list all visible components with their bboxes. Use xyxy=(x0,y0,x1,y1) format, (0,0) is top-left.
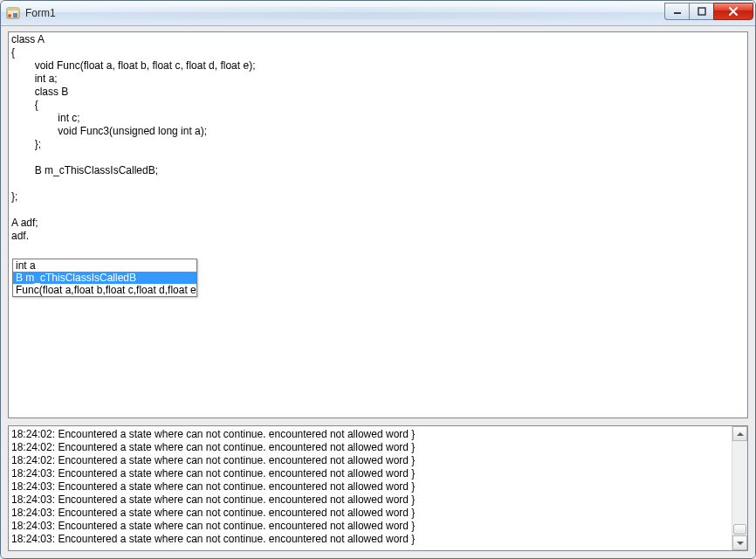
scroll-down-button[interactable] xyxy=(732,535,747,550)
close-button[interactable] xyxy=(713,3,753,20)
code-editor[interactable]: class A { void Func(float a, float b, fl… xyxy=(8,31,748,418)
maximize-button[interactable] xyxy=(689,3,713,20)
log-line: 18:24:03: Encountered a state where can … xyxy=(11,493,729,507)
svg-rect-1 xyxy=(7,8,19,10)
titlebar[interactable]: Form1 xyxy=(1,1,755,26)
autocomplete-popup[interactable]: int a B m_cThisClassIsCalledB Func(float… xyxy=(12,259,197,297)
titlebar-spacer xyxy=(61,7,659,19)
log-line: 18:24:02: Encountered a state where can … xyxy=(11,428,729,441)
log-scrollbar[interactable] xyxy=(732,426,747,550)
log-line: 18:24:03: Encountered a state where can … xyxy=(11,533,729,546)
scroll-up-button[interactable] xyxy=(732,426,747,441)
svg-rect-3 xyxy=(13,13,17,17)
log-panel: 18:24:02: Encountered a state where can … xyxy=(8,425,748,551)
scroll-thumb[interactable] xyxy=(733,524,746,535)
window-title: Form1 xyxy=(25,7,56,19)
svg-rect-4 xyxy=(674,12,681,14)
log-output[interactable]: 18:24:02: Encountered a state where can … xyxy=(9,426,732,550)
autocomplete-item[interactable]: Func(float a,float b,float c,float d,flo… xyxy=(13,284,196,296)
log-line: 18:24:03: Encountered a state where can … xyxy=(11,467,729,480)
window-controls xyxy=(664,3,753,20)
app-icon xyxy=(6,6,20,20)
svg-point-2 xyxy=(8,14,11,17)
log-line: 18:24:02: Encountered a state where can … xyxy=(11,454,729,467)
log-line: 18:24:03: Encountered a state where can … xyxy=(11,520,729,533)
log-line: 18:24:03: Encountered a state where can … xyxy=(11,480,729,493)
client-area: class A { void Func(float a, float b, fl… xyxy=(1,26,755,558)
minimize-button[interactable] xyxy=(664,3,689,20)
svg-rect-5 xyxy=(698,8,705,15)
log-line: 18:24:02: Encountered a state where can … xyxy=(11,441,729,454)
app-window: Form1 class A { void Func(float a, float… xyxy=(0,0,756,559)
log-line: 18:24:03: Encountered a state where can … xyxy=(11,507,729,520)
autocomplete-item[interactable]: B m_cThisClassIsCalledB xyxy=(13,272,196,284)
autocomplete-item[interactable]: int a xyxy=(13,259,196,272)
code-text[interactable]: class A { void Func(float a, float b, fl… xyxy=(9,32,747,244)
